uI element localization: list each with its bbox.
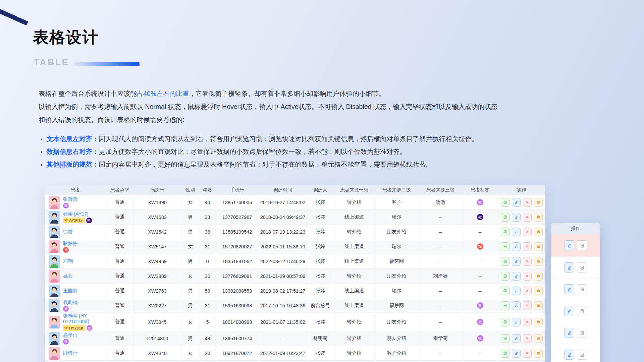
patient-badges: AY2017微 — [63, 218, 92, 223]
record-button[interactable] — [501, 287, 509, 295]
patient-name-link[interactable]: 邓翔 — [63, 258, 73, 264]
patient-tag-cell: 微 — [462, 195, 498, 210]
scan-badge-icon: 扫 — [477, 243, 483, 250]
archive-button[interactable] — [534, 228, 543, 236]
patient-name-link[interactable]: 王国辉 — [63, 288, 78, 293]
edit-icon — [514, 200, 518, 205]
actions-cell — [498, 210, 545, 225]
archive-button[interactable] — [534, 242, 543, 251]
edit-button[interactable] — [512, 287, 521, 295]
record-button[interactable] — [501, 198, 509, 207]
archive-button[interactable] — [534, 213, 543, 222]
edit-button[interactable] — [512, 272, 521, 281]
action-buttons — [501, 228, 543, 236]
archive-button[interactable] — [534, 318, 543, 326]
record-button[interactable] — [501, 257, 509, 266]
edit-button[interactable] — [512, 301, 521, 310]
edit-button[interactable] — [512, 228, 521, 236]
record-no-cell: XW4969 — [133, 254, 181, 269]
delete-button[interactable] — [523, 198, 532, 207]
delete-button[interactable] — [523, 213, 532, 222]
column-header: 病历号 — [133, 185, 181, 195]
archive-button[interactable] — [534, 198, 543, 207]
archive-button[interactable] — [534, 301, 543, 310]
edit-icon — [514, 244, 518, 249]
delete-button[interactable] — [523, 228, 532, 236]
archive-button[interactable] — [534, 257, 543, 266]
record-button[interactable] — [577, 350, 587, 360]
edit-button[interactable] — [512, 198, 521, 207]
edit-button[interactable] — [564, 284, 574, 294]
archive-button[interactable] — [534, 349, 543, 358]
table-row: 邓翔普通XW4969男0183518810622022-03-12 15:46:… — [45, 254, 545, 269]
detail-panel-header: 操作 — [551, 223, 600, 234]
column-header: 患者来源一级 — [334, 185, 374, 195]
source-level1-cell: 转介绍 — [334, 313, 374, 331]
patient-type-cell: 普通 — [106, 361, 133, 362]
created-at-cell: 2021-01-29 08:57:09 — [259, 269, 307, 284]
detail-panel-rows — [551, 234, 600, 362]
delete-button[interactable] — [523, 334, 532, 343]
edit-button[interactable] — [564, 262, 574, 273]
delete-button[interactable] — [523, 301, 532, 310]
record-button[interactable] — [501, 318, 509, 326]
edit-button[interactable] — [512, 242, 521, 251]
edit-button[interactable] — [512, 349, 521, 358]
edit-button[interactable] — [512, 213, 521, 222]
edit-button[interactable] — [512, 334, 521, 343]
patient-name-link[interactable]: 祝昀楠 — [63, 300, 78, 305]
table-row: 顾诗清普通XW4840女20189218700722022-01-09 10:2… — [45, 346, 545, 361]
delete-button[interactable] — [523, 257, 532, 266]
delete-button[interactable] — [523, 349, 532, 358]
record-button[interactable] — [501, 334, 509, 343]
record-button[interactable] — [577, 306, 587, 316]
record-button[interactable] — [501, 228, 509, 236]
gender-cell: 男 — [181, 361, 200, 362]
archive-button[interactable] — [534, 272, 543, 281]
source-level3-cell: 刘泽睿 — [419, 269, 462, 284]
record-button[interactable] — [501, 301, 509, 310]
bullet-dot: • — [41, 136, 43, 142]
patient-name-link[interactable]: 张萧萧 — [63, 196, 78, 202]
patient-name-link[interactable]: 耿婷婷 — [63, 241, 78, 246]
list-icon — [503, 200, 507, 205]
patient-name-link[interactable]: 姚蓉 — [63, 273, 73, 279]
delete-button[interactable] — [523, 272, 532, 281]
edit-button[interactable] — [564, 306, 574, 316]
patient-name-link[interactable]: 徐霞 — [63, 229, 73, 234]
delete-button[interactable] — [523, 287, 532, 295]
archive-button[interactable] — [534, 334, 543, 343]
record-button[interactable] — [577, 284, 587, 294]
record-button[interactable] — [501, 272, 509, 281]
record-button[interactable] — [501, 242, 509, 251]
delete-button[interactable] — [523, 318, 532, 326]
patient-avatar — [49, 270, 60, 283]
edit-button[interactable] — [564, 328, 574, 338]
delete-button[interactable] — [523, 242, 532, 251]
source-level2-cell: 福芽网 — [374, 254, 419, 269]
record-button[interactable] — [577, 240, 587, 250]
edit-button[interactable] — [564, 350, 574, 360]
record-button[interactable] — [577, 328, 587, 338]
edit-button[interactable] — [564, 240, 574, 250]
patient-name-link[interactable]: 张梓萌 [HY 012101003] — [63, 313, 89, 324]
rule-text: 固定内容居中对齐，更好的信息呈现及表格空间的节省；对于不存在的数据，单元格不能空… — [99, 161, 433, 168]
patient-text: 耿婷婷扫 — [63, 241, 78, 253]
rule-label: 其他排版的规范： — [47, 161, 99, 168]
patient-name-link[interactable]: 杨孝山 — [63, 333, 78, 338]
record-button[interactable] — [577, 262, 587, 273]
list-icon — [503, 303, 507, 308]
archive-button[interactable] — [534, 287, 543, 295]
phone-cell: 13585109542 — [215, 225, 259, 239]
gender-cell: 女 — [181, 239, 200, 254]
patient-tag-cell: – — [462, 225, 498, 239]
record-button[interactable] — [501, 349, 509, 358]
record-button[interactable] — [501, 213, 509, 222]
edit-button[interactable] — [512, 257, 521, 266]
patient-name-link[interactable]: 顾诗清 — [63, 350, 78, 356]
edit-button[interactable] — [512, 318, 521, 326]
archive-icon — [536, 200, 540, 205]
patient-info: 张梓萌 [HY 012101003]HY2018微 — [45, 313, 106, 331]
bullet-dot: • — [41, 149, 43, 155]
patient-name-link[interactable]: 翟余 [AY17] — [63, 211, 88, 217]
